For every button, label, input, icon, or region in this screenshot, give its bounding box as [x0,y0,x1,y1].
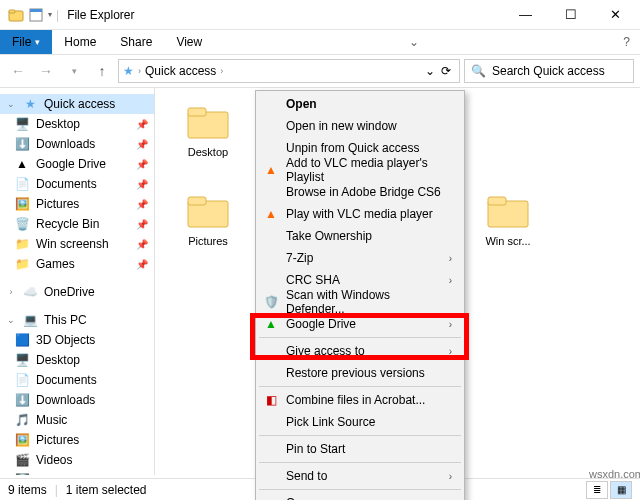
svg-rect-5 [188,108,206,116]
menu-play-with-vlc-media-player[interactable]: ▲Play with VLC media player [258,203,462,225]
item-icon: 🖥️ [14,116,30,132]
svg-rect-13 [188,197,206,205]
props-icon[interactable] [28,7,44,23]
sidebar-item-this-pc[interactable]: ⌄💻 This PC [0,310,154,330]
menu-add-to-vlc-media-player-s-playlist[interactable]: ▲Add to VLC media player's Playlist [258,159,462,181]
menu-pick-link-source[interactable]: Pick Link Source [258,411,462,433]
menu-give-access-to[interactable]: Give access to› [258,340,462,362]
menu-browse-in-adobe-bridge-cs6[interactable]: Browse in Adobe Bridge CS6 [258,181,462,203]
sidebar-item-videos[interactable]: 🎬Videos [0,450,154,470]
sidebar-item-3d-objects[interactable]: 🟦3D Objects [0,330,154,350]
refresh-icon[interactable]: ⟳ [441,64,451,78]
minimize-button[interactable]: — [503,0,548,30]
search-input[interactable]: 🔍 Search Quick access [464,59,634,83]
close-button[interactable]: ✕ [593,0,638,30]
sidebar-item-downloads[interactable]: ⬇️Downloads [0,390,154,410]
folder-desktop[interactable]: Desktop [173,96,243,163]
back-button[interactable]: ← [6,59,30,83]
qat-dropdown-icon[interactable]: ▾ [48,10,52,19]
ribbon-toggle-icon[interactable]: ⌄ [395,30,433,54]
context-menu: OpenOpen in new windowUnpin from Quick a… [255,90,465,500]
sidebar-item-pictures[interactable]: 🖼️Pictures [0,430,154,450]
menu-send-to[interactable]: Send to› [258,465,462,487]
title-bar: ▾ | File Explorer — ☐ ✕ [0,0,640,30]
sidebar-item-pictures[interactable]: 🖼️Pictures📌 [0,194,154,214]
sidebar-item-recycle-bin[interactable]: 🗑️Recycle Bin📌 [0,214,154,234]
sidebar-item-win-screensh[interactable]: 📁Win screensh📌 [0,234,154,254]
folder-pictures[interactable]: Pictures [173,185,243,252]
menu-open[interactable]: Open [258,93,462,115]
search-placeholder: Search Quick access [492,64,605,78]
sidebar-item-google-drive[interactable]: ▲Google Drive📌 [0,154,154,174]
forward-button[interactable]: → [34,59,58,83]
item-icon: 📁 [14,236,30,252]
vlc-icon: ▲ [263,206,279,222]
folder-icon [184,100,232,142]
status-item-count: 9 items [8,483,47,497]
item-icon: 📁 [14,256,30,272]
sidebar-item-documents[interactable]: 📄Documents📌 [0,174,154,194]
help-icon[interactable]: ? [613,30,640,54]
view-details-button[interactable]: ≣ [586,481,608,499]
menu-google-drive[interactable]: ▲Google Drive› [258,313,462,335]
item-icon: 🟦 [14,332,30,348]
sidebar: ⌄★ Quick access 🖥️Desktop📌⬇️Downloads📌▲G… [0,88,155,475]
item-icon: 🎵 [14,412,30,428]
chevron-right-icon: › [449,346,452,357]
chevron-right-icon: › [449,275,452,286]
sidebar-item-music[interactable]: 🎵Music [0,410,154,430]
menu-open-in-new-window[interactable]: Open in new window [258,115,462,137]
item-icon: 🖥️ [14,352,30,368]
maximize-button[interactable]: ☐ [548,0,593,30]
breadcrumb-dropdown-icon[interactable]: ⌄ [425,64,435,78]
menu-copy[interactable]: Copy [258,492,462,500]
item-icon: ⬇️ [14,392,30,408]
folder-icon [184,189,232,231]
sidebar-item-games[interactable]: 📁Games📌 [0,254,154,274]
pdf-icon: ◧ [263,392,279,408]
item-icon: ▲ [14,156,30,172]
item-icon: 🗑️ [14,216,30,232]
quick-access-toolbar: ▾ | [2,7,59,23]
tab-file[interactable]: File▾ [0,30,52,54]
sidebar-item-desktop[interactable]: 🖥️Desktop📌 [0,114,154,134]
folder-icon [8,7,24,23]
item-icon: 🎬 [14,452,30,468]
menu-combine-files-in-acrobat-[interactable]: ◧Combine files in Acrobat... [258,389,462,411]
menu-pin-to-start[interactable]: Pin to Start [258,438,462,460]
address-bar: ← → ▾ ↑ ★ › Quick access › ⌄ ⟳ 🔍 Search … [0,55,640,87]
star-icon: ★ [123,64,134,78]
chevron-right-icon: › [449,253,452,264]
folder-label: Pictures [188,235,228,248]
sidebar-item-downloads[interactable]: ⬇️Downloads📌 [0,134,154,154]
item-icon: 📄 [14,176,30,192]
view-icons-button[interactable]: ▦ [610,481,632,499]
tab-home[interactable]: Home [52,30,108,54]
up-button[interactable]: ↑ [90,59,114,83]
folder-win-scr-[interactable]: Win scr... [473,185,543,252]
item-icon: ⬇️ [14,136,30,152]
tab-view[interactable]: View [164,30,214,54]
gdrive-icon: ▲ [263,316,279,332]
breadcrumb-location[interactable]: Quick access [145,64,216,78]
tab-share[interactable]: Share [108,30,164,54]
star-icon: ★ [22,96,38,112]
folder-label: Win scr... [485,235,530,248]
ribbon-tabs: File▾ Home Share View ⌄ ? [0,30,640,55]
recent-dropdown-icon[interactable]: ▾ [62,59,86,83]
cloud-icon: ☁️ [22,284,38,300]
vlc-icon: ▲ [263,162,279,178]
sidebar-item-onedrive[interactable]: ›☁️ OneDrive [0,282,154,302]
menu-scan-with-windows-defender-[interactable]: 🛡️Scan with Windows Defender... [258,291,462,313]
item-icon: 🖼️ [14,432,30,448]
menu-take-ownership[interactable]: Take Ownership [258,225,462,247]
sidebar-item-documents[interactable]: 📄Documents [0,370,154,390]
svg-rect-3 [30,9,42,12]
menu-restore-previous-versions[interactable]: Restore previous versions [258,362,462,384]
item-icon: 🖼️ [14,196,30,212]
sidebar-item-nvme-a-[interactable]: 💽NVMe (A:) [0,470,154,475]
menu-7-zip[interactable]: 7-Zip› [258,247,462,269]
breadcrumb[interactable]: ★ › Quick access › ⌄ ⟳ [118,59,460,83]
sidebar-item-desktop[interactable]: 🖥️Desktop [0,350,154,370]
sidebar-item-quick-access[interactable]: ⌄★ Quick access [0,94,154,114]
